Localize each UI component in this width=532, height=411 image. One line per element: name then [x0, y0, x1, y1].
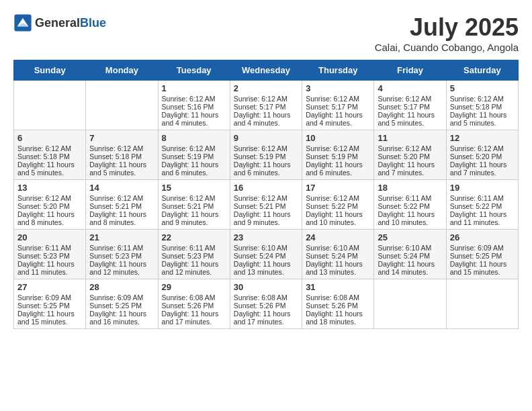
day-info: Daylight: 11 hours and 5 minutes. [89, 161, 154, 177]
calendar-week-row: 13Sunrise: 6:12 AMSunset: 5:20 PMDayligh… [14, 180, 519, 230]
day-info: Daylight: 11 hours and 18 minutes. [306, 310, 370, 326]
day-info: Daylight: 11 hours and 4 minutes. [162, 111, 226, 127]
day-number: 28 [89, 282, 154, 292]
day-info: Sunset: 5:25 PM [17, 302, 82, 310]
day-info: Daylight: 11 hours and 17 minutes. [162, 310, 226, 326]
day-info: Daylight: 11 hours and 8 minutes. [17, 210, 82, 226]
table-row: 7Sunrise: 6:12 AMSunset: 5:18 PMDaylight… [86, 130, 158, 180]
day-info: Sunset: 5:18 PM [17, 152, 82, 161]
day-info: Sunset: 5:17 PM [306, 103, 370, 111]
day-info: Sunset: 5:16 PM [162, 103, 226, 111]
col-friday: Friday [374, 60, 446, 81]
month-title: July 2025 [375, 13, 519, 42]
day-info: Sunrise: 6:10 AM [306, 244, 370, 252]
day-info: Sunrise: 6:12 AM [162, 144, 226, 152]
day-number: 7 [89, 133, 154, 143]
day-info: Sunset: 5:18 PM [450, 103, 515, 111]
table-row [446, 279, 518, 329]
table-row: 13Sunrise: 6:12 AMSunset: 5:20 PMDayligh… [14, 180, 86, 230]
day-number: 27 [17, 282, 82, 292]
day-info: Sunrise: 6:12 AM [378, 95, 442, 103]
day-info: Sunset: 5:17 PM [378, 103, 442, 111]
table-row: 19Sunrise: 6:11 AMSunset: 5:22 PMDayligh… [446, 180, 518, 230]
day-info: Sunset: 5:17 PM [234, 103, 298, 111]
day-number: 3 [306, 83, 370, 93]
page-header: GeneralBlue July 2025 Calai, Cuando Coba… [13, 13, 519, 53]
day-info: Sunrise: 6:12 AM [162, 95, 226, 103]
table-row: 3Sunrise: 6:12 AMSunset: 5:17 PMDaylight… [302, 81, 374, 130]
day-info: Daylight: 11 hours and 12 minutes. [162, 260, 226, 276]
day-info: Sunrise: 6:11 AM [162, 244, 226, 252]
day-info: Sunset: 5:26 PM [306, 302, 370, 310]
day-info: Daylight: 11 hours and 9 minutes. [162, 210, 226, 226]
table-row: 15Sunrise: 6:12 AMSunset: 5:21 PMDayligh… [158, 180, 230, 230]
day-number: 11 [378, 133, 442, 143]
day-info: Daylight: 11 hours and 4 minutes. [306, 111, 370, 127]
day-info: Daylight: 11 hours and 7 minutes. [450, 161, 515, 177]
table-row: 27Sunrise: 6:09 AMSunset: 5:25 PMDayligh… [14, 279, 86, 329]
day-number: 6 [17, 133, 82, 143]
day-info: Daylight: 11 hours and 5 minutes. [450, 111, 515, 127]
day-number: 4 [378, 83, 442, 93]
day-info: Sunset: 5:26 PM [162, 302, 226, 310]
day-number: 16 [234, 183, 298, 193]
day-info: Daylight: 11 hours and 14 minutes. [378, 260, 442, 276]
day-info: Sunrise: 6:08 AM [162, 293, 226, 302]
day-number: 1 [162, 83, 226, 93]
table-row: 28Sunrise: 6:09 AMSunset: 5:25 PMDayligh… [86, 279, 158, 329]
day-info: Sunrise: 6:12 AM [234, 194, 298, 202]
calendar-week-row: 27Sunrise: 6:09 AMSunset: 5:25 PMDayligh… [14, 279, 519, 329]
day-info: Daylight: 11 hours and 16 minutes. [89, 310, 154, 326]
table-row: 1Sunrise: 6:12 AMSunset: 5:16 PMDaylight… [158, 81, 230, 130]
table-row [86, 81, 158, 130]
calendar-header-row: Sunday Monday Tuesday Wednesday Thursday… [14, 60, 519, 81]
day-number: 8 [162, 133, 226, 143]
table-row: 30Sunrise: 6:08 AMSunset: 5:26 PMDayligh… [230, 279, 302, 329]
day-info: Sunrise: 6:12 AM [450, 95, 515, 103]
day-number: 5 [450, 83, 515, 93]
logo-icon [13, 13, 32, 32]
day-info: Sunrise: 6:12 AM [234, 144, 298, 152]
logo-general: General [35, 16, 80, 30]
day-number: 31 [306, 282, 370, 292]
day-info: Sunrise: 6:11 AM [450, 194, 515, 202]
table-row: 22Sunrise: 6:11 AMSunset: 5:23 PMDayligh… [158, 230, 230, 279]
day-info: Sunset: 5:21 PM [234, 202, 298, 210]
day-info: Sunrise: 6:12 AM [306, 144, 370, 152]
day-info: Daylight: 11 hours and 10 minutes. [306, 210, 370, 226]
day-info: Daylight: 11 hours and 12 minutes. [89, 260, 154, 276]
day-info: Sunrise: 6:09 AM [450, 244, 515, 252]
day-info: Sunrise: 6:12 AM [378, 144, 442, 152]
day-info: Daylight: 11 hours and 11 minutes. [450, 210, 515, 226]
table-row: 5Sunrise: 6:12 AMSunset: 5:18 PMDaylight… [446, 81, 518, 130]
day-number: 30 [234, 282, 298, 292]
day-number: 17 [306, 183, 370, 193]
day-info: Daylight: 11 hours and 4 minutes. [234, 111, 298, 127]
table-row: 24Sunrise: 6:10 AMSunset: 5:24 PMDayligh… [302, 230, 374, 279]
day-info: Daylight: 11 hours and 17 minutes. [234, 310, 298, 326]
table-row: 16Sunrise: 6:12 AMSunset: 5:21 PMDayligh… [230, 180, 302, 230]
day-info: Sunset: 5:24 PM [378, 252, 442, 260]
day-number: 18 [378, 183, 442, 193]
day-info: Sunset: 5:19 PM [234, 152, 298, 161]
day-info: Sunset: 5:21 PM [89, 202, 154, 210]
col-tuesday: Tuesday [158, 60, 230, 81]
day-info: Sunset: 5:24 PM [306, 252, 370, 260]
table-row: 14Sunrise: 6:12 AMSunset: 5:21 PMDayligh… [86, 180, 158, 230]
day-info: Sunset: 5:20 PM [378, 152, 442, 161]
day-info: Sunrise: 6:11 AM [17, 244, 82, 252]
day-info: Sunrise: 6:12 AM [162, 194, 226, 202]
logo: GeneralBlue [13, 13, 106, 32]
table-row: 26Sunrise: 6:09 AMSunset: 5:25 PMDayligh… [446, 230, 518, 279]
table-row: 17Sunrise: 6:12 AMSunset: 5:22 PMDayligh… [302, 180, 374, 230]
day-number: 2 [234, 83, 298, 93]
day-info: Sunset: 5:19 PM [162, 152, 226, 161]
day-info: Sunrise: 6:12 AM [306, 95, 370, 103]
day-info: Sunset: 5:23 PM [162, 252, 226, 260]
day-info: Sunset: 5:22 PM [378, 202, 442, 210]
day-info: Daylight: 11 hours and 13 minutes. [234, 260, 298, 276]
day-info: Daylight: 11 hours and 15 minutes. [17, 310, 82, 326]
day-info: Sunrise: 6:10 AM [234, 244, 298, 252]
day-number: 21 [89, 232, 154, 242]
day-info: Sunset: 5:22 PM [306, 202, 370, 210]
